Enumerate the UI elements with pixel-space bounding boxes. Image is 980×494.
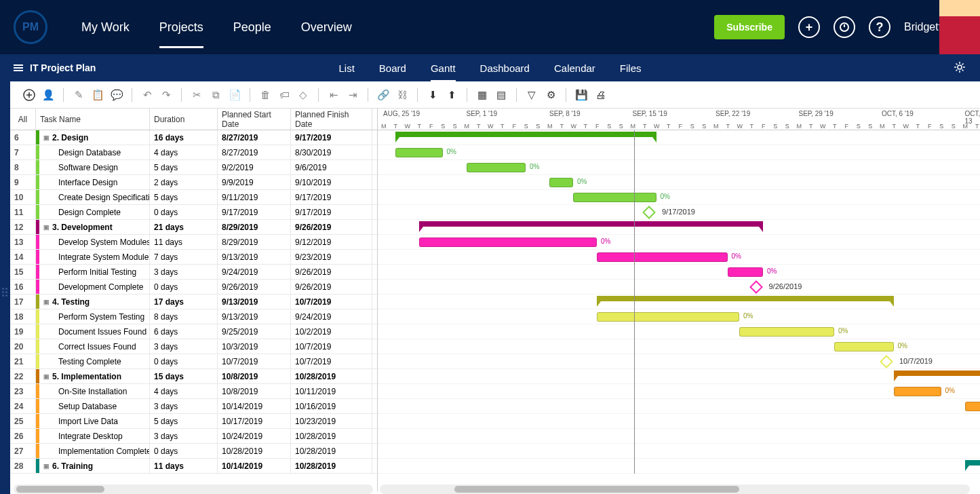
- print-icon[interactable]: 🖨: [592, 87, 608, 103]
- paste-icon[interactable]: 📄: [227, 87, 243, 103]
- tag-icon[interactable]: 🏷: [276, 87, 292, 103]
- task-duration[interactable]: 0 days: [150, 280, 218, 294]
- task-bar[interactable]: [728, 267, 764, 277]
- task-finish[interactable]: 10/28/2019: [291, 429, 372, 443]
- task-finish[interactable]: 10/2/2019: [291, 324, 372, 339]
- task-name[interactable]: ▣4. Testing: [39, 294, 150, 309]
- help-icon[interactable]: ?: [869, 16, 890, 38]
- task-finish[interactable]: 10/23/2019: [291, 414, 372, 428]
- task-start[interactable]: 9/13/2019: [218, 294, 291, 309]
- task-name[interactable]: Correct Issues Found: [39, 339, 150, 354]
- task-name[interactable]: Interface Design: [39, 175, 150, 189]
- task-name[interactable]: Development Complete: [39, 280, 150, 294]
- diamond-icon[interactable]: ◇: [295, 87, 311, 103]
- link-icon[interactable]: 🔗: [375, 87, 391, 103]
- unlink-icon[interactable]: ⛓: [394, 87, 410, 103]
- subscribe-button[interactable]: Subscribe: [714, 15, 785, 39]
- task-name[interactable]: Integrate Desktop: [39, 429, 150, 443]
- task-finish[interactable]: 9/17/2019: [291, 190, 372, 204]
- task-duration[interactable]: 4 days: [150, 145, 218, 159]
- task-bar[interactable]: [739, 327, 834, 337]
- nav-projects[interactable]: Projects: [159, 1, 203, 54]
- table-row[interactable]: 19Document Issues Found6 days9/25/201910…: [10, 324, 377, 339]
- task-duration[interactable]: 2 days: [150, 175, 218, 189]
- task-finish[interactable]: 8/30/2019: [291, 145, 372, 159]
- task-start[interactable]: 9/13/2019: [218, 309, 291, 324]
- task-name[interactable]: Create Design Specification: [39, 190, 150, 204]
- task-finish[interactable]: 9/26/2019: [291, 265, 372, 279]
- task-bar[interactable]: [419, 238, 597, 247]
- task-start[interactable]: 8/29/2019: [218, 220, 291, 234]
- task-duration[interactable]: 3 days: [150, 339, 218, 354]
- table-row[interactable]: 15Perform Initial Testing3 days9/24/2019…: [10, 265, 377, 280]
- copy-icon[interactable]: ⧉: [208, 87, 224, 103]
- table-row[interactable]: 21Testing Complete0 days10/7/201910/7/20…: [10, 354, 377, 369]
- edit-icon[interactable]: ✎: [71, 87, 87, 103]
- table-row[interactable]: 24Setup Database3 days10/14/201910/16/20…: [10, 399, 377, 414]
- task-finish[interactable]: 9/26/2019: [291, 280, 372, 294]
- tab-calendar[interactable]: Calendar: [554, 56, 595, 81]
- project-title[interactable]: IT Project Plan: [14, 62, 96, 73]
- tab-dashboard[interactable]: Dashboard: [480, 56, 530, 81]
- cut-icon[interactable]: ✂: [189, 87, 205, 103]
- task-start[interactable]: 10/24/2019: [218, 429, 291, 443]
- tab-board[interactable]: Board: [379, 56, 406, 81]
- task-finish[interactable]: 10/28/2019: [291, 444, 372, 458]
- table-row[interactable]: 25Import Live Data5 days10/17/201910/23/…: [10, 414, 377, 429]
- save-icon[interactable]: 💾: [573, 87, 589, 103]
- task-start[interactable]: 9/17/2019: [218, 205, 291, 219]
- clipboard-icon[interactable]: 📋: [90, 87, 106, 103]
- filter-icon[interactable]: ▽: [524, 87, 540, 103]
- task-finish[interactable]: 9/17/2019: [291, 205, 372, 219]
- comment-icon[interactable]: 💬: [109, 87, 125, 103]
- summary-bar[interactable]: [965, 460, 981, 466]
- grid-icon[interactable]: ▤: [493, 87, 509, 103]
- task-name[interactable]: Design Complete: [39, 205, 150, 219]
- task-duration[interactable]: 4 days: [150, 384, 218, 398]
- task-bar[interactable]: [894, 387, 941, 396]
- task-start[interactable]: 10/7/2019: [218, 354, 291, 368]
- task-duration[interactable]: 15 days: [150, 369, 218, 383]
- task-finish[interactable]: 9/26/2019: [291, 220, 372, 234]
- task-duration[interactable]: 0 days: [150, 354, 218, 368]
- task-name[interactable]: Develop System Modules: [39, 235, 150, 249]
- task-name[interactable]: Perform Initial Testing: [39, 265, 150, 279]
- task-bar[interactable]: [549, 178, 573, 187]
- table-row[interactable]: 23On-Site Installation4 days10/8/201910/…: [10, 384, 377, 399]
- task-start[interactable]: 9/24/2019: [218, 265, 291, 279]
- task-duration[interactable]: 5 days: [150, 190, 218, 204]
- task-finish[interactable]: 9/24/2019: [291, 309, 372, 324]
- task-duration[interactable]: 0 days: [150, 444, 218, 458]
- task-bar[interactable]: [573, 193, 656, 202]
- timer-icon[interactable]: [834, 16, 855, 38]
- task-duration[interactable]: 11 days: [150, 459, 218, 473]
- task-name[interactable]: Document Issues Found: [39, 324, 150, 339]
- task-start[interactable]: 10/17/2019: [218, 414, 291, 428]
- table-row[interactable]: 16Development Complete0 days9/26/20199/2…: [10, 280, 377, 294]
- task-start[interactable]: 8/27/2019: [218, 130, 291, 145]
- export-icon[interactable]: ⬆: [444, 87, 460, 103]
- nav-overview[interactable]: Overview: [301, 1, 352, 54]
- task-duration[interactable]: 3 days: [150, 399, 218, 413]
- table-row[interactable]: 22▣5. Implementation15 days10/8/201910/2…: [10, 369, 377, 384]
- task-bar[interactable]: [467, 163, 526, 172]
- summary-bar[interactable]: [419, 221, 764, 227]
- redo-icon[interactable]: ↷: [158, 87, 174, 103]
- task-start[interactable]: 9/2/2019: [218, 160, 291, 174]
- import-icon[interactable]: ⬇: [425, 87, 441, 103]
- task-name[interactable]: Setup Database: [39, 399, 150, 413]
- task-start[interactable]: 9/9/2019: [218, 175, 291, 189]
- table-row[interactable]: 8Software Design5 days9/2/20199/6/2019: [10, 160, 377, 175]
- task-duration[interactable]: 5 days: [150, 160, 218, 174]
- task-duration[interactable]: 8 days: [150, 309, 218, 324]
- gear-icon[interactable]: ⚙: [543, 87, 559, 103]
- task-finish[interactable]: 10/7/2019: [291, 339, 372, 354]
- table-row[interactable]: 11Design Complete0 days9/17/20199/17/201…: [10, 205, 377, 220]
- task-name[interactable]: On-Site Installation: [39, 384, 150, 398]
- col-duration[interactable]: Duration: [150, 109, 218, 130]
- task-finish[interactable]: 9/17/2019: [291, 130, 372, 145]
- table-row[interactable]: 27Implementation Complete0 days10/28/201…: [10, 444, 377, 459]
- task-start[interactable]: 9/25/2019: [218, 324, 291, 339]
- task-start[interactable]: 9/13/2019: [218, 250, 291, 264]
- nav-people[interactable]: People: [233, 1, 271, 54]
